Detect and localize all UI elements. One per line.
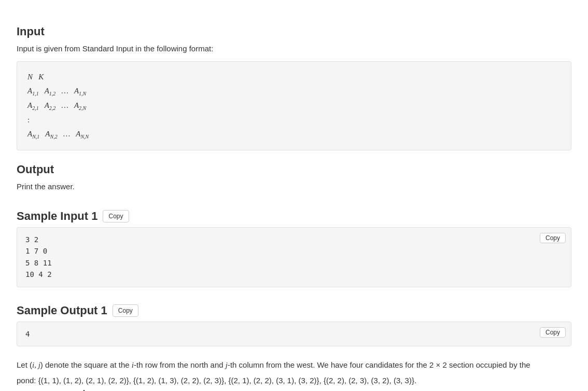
sample-output-1-box: 4 Copy: [17, 322, 571, 346]
format-line-2: A2,1 A2,2 … A2,N: [27, 101, 86, 109]
explanation-block: Let (i, j) denote the square at the i-th…: [17, 359, 571, 391]
format-colon: :: [27, 116, 30, 124]
format-line-N: AN,1 AN,2 … AN,N: [27, 130, 89, 138]
sample-input-1-header: Sample Input 1 Copy: [17, 210, 571, 223]
sample-output-1-content: 4: [25, 328, 563, 340]
output-title: Output: [17, 163, 571, 176]
sample-input-1-content: 3 2 1 7 0 5 8 11 10 4 2: [25, 234, 563, 281]
format-line-NK: N K: [27, 73, 44, 81]
explanation-line2: pond: {(1, 1), (1, 2), (2, 1), (2, 2)}, …: [17, 374, 571, 387]
input-description: Input is given from Standard Input in th…: [17, 43, 571, 55]
output-description: Print the answer.: [17, 180, 571, 193]
sample-input-1-copy-corner-button[interactable]: Copy: [540, 233, 566, 243]
input-format-box: N K A1,1 A1,2 … A1,N A2,1 A2,2 … A2,N : …: [17, 61, 571, 150]
sample-output-1-header: Sample Output 1 Copy: [17, 304, 571, 317]
sample-output-1-title: Sample Output 1: [17, 304, 107, 317]
sample-output-1-copy-inline-button[interactable]: Copy: [113, 304, 138, 317]
sample-output-1-copy-corner-button[interactable]: Copy: [540, 327, 566, 338]
sample-input-1-copy-inline-button[interactable]: Copy: [103, 210, 129, 222]
sample-input-1-title: Sample Input 1: [17, 210, 97, 223]
explanation-line1: Let (i, j) denote the square at the i-th…: [17, 359, 571, 371]
input-title: Input: [17, 25, 571, 38]
sample-input-1-box: 3 2 1 7 0 5 8 11 10 4 2 Copy: [17, 227, 571, 287]
format-line-1: A1,1 A1,2 … A1,N: [27, 87, 86, 95]
